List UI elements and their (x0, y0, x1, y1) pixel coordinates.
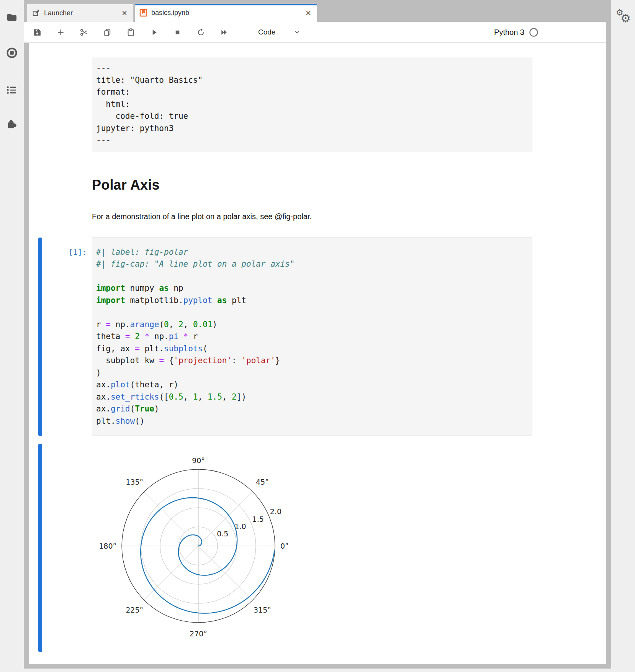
tab-notebook[interactable]: basics.ipynb × (135, 4, 317, 22)
svg-text:1.0: 1.0 (234, 522, 246, 531)
list-icon (6, 84, 18, 96)
run-icon (150, 28, 159, 37)
save-icon (33, 28, 42, 37)
kernel-status-icon (529, 28, 538, 37)
kernel-name: Python 3 (494, 28, 524, 37)
raw-cell-editor[interactable]: --- title: "Quarto Basics" format: html:… (92, 57, 532, 152)
active-tab-indicator (135, 4, 317, 5)
fast-forward-icon (220, 28, 229, 37)
markdown-paragraph: For a demonstration of a line plot on a … (92, 211, 606, 222)
output-area: 0°45°90°135°180°225°270°315°0.51.01.52.0 (83, 444, 320, 658)
folder-icon (6, 11, 18, 23)
tab-launcher[interactable]: Launcher × (27, 4, 134, 22)
tab-launcher-close-icon[interactable]: × (121, 8, 128, 18)
svg-text:90°: 90° (192, 456, 205, 465)
copy-icon (103, 28, 112, 37)
puzzle-icon (6, 118, 18, 130)
chevron-down-icon (293, 28, 301, 36)
insert-cell-button[interactable] (56, 28, 65, 37)
svg-text:135°: 135° (126, 478, 143, 486)
svg-text:45°: 45° (256, 478, 269, 486)
input-collapser[interactable] (38, 238, 42, 436)
polar-plot-image: 0°45°90°135°180°225°270°315°0.51.01.52.0 (83, 444, 320, 658)
markdown-heading: Polar Axis (92, 177, 606, 193)
restart-icon (196, 28, 205, 37)
svg-text:0°: 0° (280, 542, 289, 550)
output-collapser[interactable] (38, 444, 42, 652)
svg-text:270°: 270° (190, 629, 207, 638)
code-cell-gutter: [1]: (29, 238, 92, 436)
raw-cell: --- title: "Quarto Basics" format: html:… (29, 57, 606, 152)
code-cell-editor[interactable]: #| label: fig-polar#| fig-cap: "A line p… (92, 238, 532, 436)
notebook-panel-frame: --- title: "Quarto Basics" format: html:… (24, 43, 606, 669)
tab-notebook-label: basics.ipynb (151, 9, 301, 17)
svg-text:180°: 180° (99, 542, 116, 550)
cell-type-value: Code (258, 28, 275, 36)
stop-icon (173, 28, 182, 37)
tab-bar: Launcher × basics.ipynb × (24, 0, 606, 22)
running-kernels-icon[interactable] (6, 47, 18, 59)
output-cell: 0°45°90°135°180°225°270°315°0.51.01.52.0 (29, 444, 606, 658)
notebook-scroll-area[interactable]: --- title: "Quarto Basics" format: html:… (29, 43, 606, 664)
markdown-cell[interactable]: Polar Axis For a demonstration of a line… (92, 177, 606, 222)
svg-text:1.5: 1.5 (252, 515, 264, 523)
tab-launcher-label: Launcher (44, 9, 117, 17)
run-cell-button[interactable] (149, 28, 159, 37)
paste-cells-button[interactable] (126, 28, 135, 37)
right-sidebar-strip: ⚙ ⚙ (611, 0, 635, 672)
launcher-icon (32, 9, 40, 17)
cut-cells-button[interactable] (79, 28, 88, 37)
run-all-button[interactable] (219, 28, 229, 37)
restart-kernel-button[interactable] (196, 28, 205, 37)
window-bottom-edge (0, 669, 635, 672)
copy-cells-button[interactable] (103, 28, 112, 37)
scissors-icon (80, 28, 88, 37)
notebook-toolbar: Code Python 3 (24, 22, 606, 43)
clipboard-icon (126, 28, 135, 37)
stop-circle-icon (6, 47, 18, 59)
code-cell: [1]: #| label: fig-polar#| fig-cap: "A l… (29, 238, 606, 436)
svg-text:225°: 225° (126, 606, 143, 614)
notebook-icon (139, 9, 147, 17)
table-of-contents-icon[interactable] (6, 84, 18, 96)
svg-text:0.5: 0.5 (217, 529, 228, 538)
main-dock-panel: Launcher × basics.ipynb × (24, 0, 606, 669)
stop-kernel-button[interactable] (173, 28, 182, 37)
tab-notebook-close-icon[interactable]: × (305, 8, 312, 18)
kernel-indicator[interactable]: Python 3 (494, 28, 538, 37)
svg-text:315°: 315° (254, 606, 271, 614)
left-activity-bar (0, 0, 24, 672)
raw-cell-gutter (29, 57, 92, 152)
cell-type-select[interactable]: Code (258, 28, 301, 36)
output-cell-gutter (29, 444, 92, 658)
svg-text:2.0: 2.0 (270, 507, 281, 516)
property-inspector-gears-icon[interactable]: ⚙ ⚙ (615, 9, 631, 25)
save-button[interactable] (33, 28, 42, 37)
extensions-icon[interactable] (6, 118, 18, 130)
plus-icon (56, 28, 65, 37)
file-browser-icon[interactable] (6, 11, 18, 23)
